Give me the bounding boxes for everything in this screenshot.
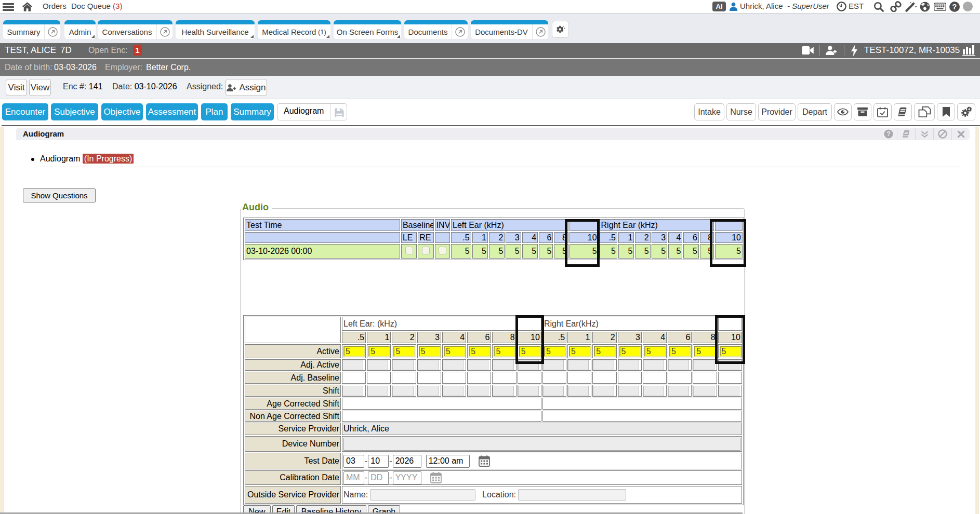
svg-text:?: ? <box>886 130 890 138</box>
svg-text:?: ? <box>952 3 957 11</box>
